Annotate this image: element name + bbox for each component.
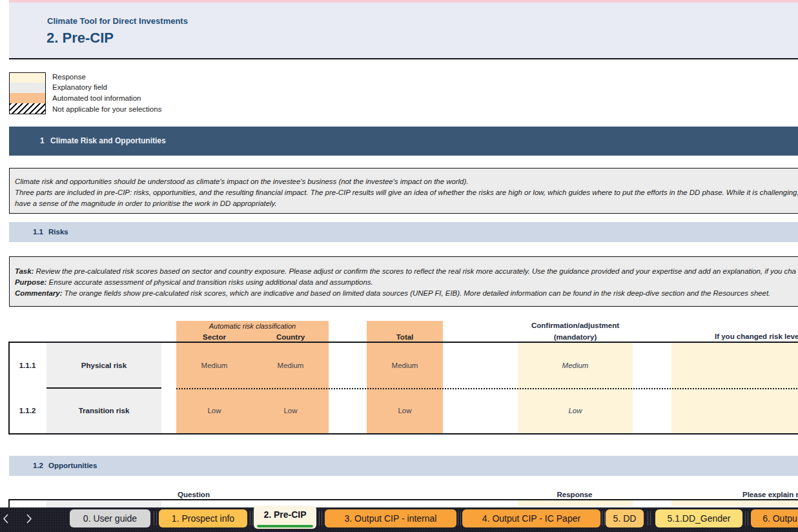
legend-swatch-explanatory [9,83,46,94]
tab-separator [458,511,458,526]
row-2-sector-value: Low [176,407,252,414]
response-column-header: Response [536,491,613,498]
row-2-country-value: Low [252,407,329,414]
auto-risk-classification-label: Automatic risk classification [176,322,329,330]
row-2-label: Transition risk [46,407,161,414]
opps-explain-cell[interactable] [671,500,798,506]
column-header-sector: Sector [176,333,252,341]
section-1-title: Climate Risk and Opportunities [50,136,166,145]
opps-response-cell[interactable] [518,500,633,506]
tab-separator [648,511,648,526]
tab-separator [604,511,605,526]
total-column-header-cell: Total [367,321,443,342]
section-1-1-header: 1.1 Risks [9,222,798,242]
table-border-left [8,342,10,435]
active-tab-underline [257,525,313,527]
explain-column-header: Please explain r [742,491,798,498]
tab-separator [252,511,253,526]
page-title: 2. Pre-CIP [46,30,114,46]
section-1-number: 1 [40,136,45,145]
row-2-confirmation-value[interactable]: Low [518,407,633,414]
tab-separator [748,511,748,526]
tab-separator [322,511,322,526]
sheet-tab-dd-gender[interactable]: 5.1.DD_Gender [655,509,742,527]
column-header-total: Total [367,333,443,341]
section-1-2-number: 1.2 [33,462,43,469]
section-1-2-header: 1.2 Opportunities [9,456,798,476]
legend-label-automated: Automated tool information [52,94,141,102]
guidance-commentary: Commentary: The orange fields show pre-c… [15,288,798,299]
risks-guidance-box: Task: Review the pre-calculated risk sco… [9,256,798,307]
section-1-1-number: 1.1 [33,228,43,236]
scroll-tabs-right-button[interactable] [23,513,34,524]
intro-line-1: Climate risk and opportunities should be… [15,176,798,187]
legend-swatch-response [9,72,46,83]
row-2-total-value: Low [367,407,443,414]
opps-table-border-left [8,499,10,507]
row-1-total-value: Medium [367,362,443,369]
legend-label-response: Response [52,73,86,81]
legend-swatch-not-applicable [9,103,46,114]
legend-label-explanatory: Explanatory field [52,83,107,91]
row-1-id: 1.1.1 [8,362,46,369]
row-1-country-value: Medium [252,362,329,369]
app-title: Climate Tool for Direct Investments [47,16,188,26]
sheet-tab-user-guide[interactable]: 0. User guide [70,509,150,527]
table-border-top [8,342,798,343]
tab-separator [154,511,154,526]
auto-risk-classification-header: Automatic risk classification Sector Cou… [176,321,329,342]
tab-separator [319,511,320,526]
scroll-tabs-left-button[interactable] [1,513,12,524]
sheet-tab-prospect-info[interactable]: 1. Prospect info [159,509,247,527]
workbook-header [9,3,798,59]
guidance-purpose: Purpose: Ensure accurate assessment of p… [15,277,798,288]
row-1-sector-value: Medium [176,362,252,369]
row-1-label: Physical risk [46,362,161,369]
sheet-tab-output-cip-ic-paper[interactable]: 4. Output CIP - IC Paper [462,509,600,527]
column-header-country: Country [252,333,329,341]
tab-separator [156,511,157,526]
section-1-header: 1 Climate Risk and Opportunities [9,127,798,156]
intro-line-2: Three parts are included in pre-CIP: ris… [15,187,798,198]
opps-question-cell [46,500,161,507]
tab-separator [650,511,651,526]
tab-separator [250,511,251,526]
row-divider-dotted [176,388,798,389]
guidance-task: Task: Review the pre-calculated risk sco… [15,266,798,277]
sheet-tab-pre-cip[interactable]: 2. Pre-CIP [254,506,316,529]
sheet-tab-5-dd[interactable]: 5. DD [606,509,644,527]
if-changed-column-header: If you changed risk level [715,332,798,340]
intro-line-3: have a sense of the magnitude in order t… [15,198,798,209]
tab-separator [602,511,602,526]
sheet-tab-output-cip-internal[interactable]: 3. Output CIP - internal [325,509,456,527]
tab-separator [460,511,461,526]
row-divider-solid [46,387,161,389]
section-1-1-title: Risks [48,228,68,236]
sheet-tab-6-output[interactable]: 6. Outpu [751,509,798,527]
tab-separator [745,511,746,526]
question-column-header: Question [155,491,232,498]
table-border-bottom [8,433,798,435]
row-1-confirmation-value[interactable]: Medium [518,362,633,369]
confirmation-column-header: Confirmation/adjustment (mandatory) [518,321,633,342]
legend-label-not-applicable: Not applicable for your selections [52,105,161,113]
row-2-id: 1.1.2 [8,407,46,414]
section-1-2-title: Opportunities [48,462,97,469]
legend-swatch-automated [9,93,46,104]
section-1-intro-box: Climate risk and opportunities should be… [9,168,798,214]
